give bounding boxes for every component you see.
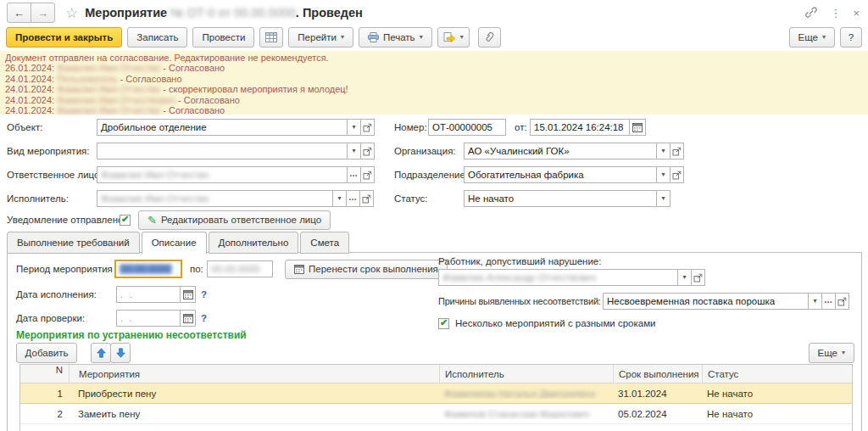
get-link-button[interactable] xyxy=(804,6,818,20)
reschedule-button[interactable]: Перенести срок выполнения xyxy=(285,260,448,279)
object-open-button[interactable] xyxy=(360,119,375,136)
create-based-on-button[interactable]: ▾ xyxy=(437,27,470,48)
executor-open-button[interactable] xyxy=(359,190,374,207)
row-status: Не начато xyxy=(702,409,852,419)
check-date-input[interactable]: . . xyxy=(116,310,181,327)
organization-dropdown-button[interactable]: ▾ xyxy=(656,143,670,160)
chevron-down-icon: ▾ xyxy=(341,34,344,41)
organization-input[interactable]: АО «Учалинский ГОК» xyxy=(464,143,657,160)
executor-choose-button[interactable]: … xyxy=(346,190,360,207)
titlebar: ← → ☆ Мероприятие № ОТ-0 от 00.00.0000. … xyxy=(0,0,868,25)
multiple-periods-checkbox[interactable]: ✔ xyxy=(438,318,449,329)
close-button[interactable]: × xyxy=(853,7,860,20)
number-input[interactable]: ОТ-00000005 xyxy=(428,119,506,136)
execution-date-input[interactable]: . . xyxy=(116,286,181,303)
violator-input[interactable]: Фамилия Александр Отчествович xyxy=(438,269,678,286)
more-button[interactable]: Еще▾ xyxy=(789,27,835,48)
tab-requirements[interactable]: Выполнение требований xyxy=(7,232,140,254)
table-row[interactable]: 2 Замеить пену Фамилов Станислав Маратов… xyxy=(20,404,852,424)
pencil-icon: ✎ xyxy=(147,214,157,227)
window-menu-button[interactable]: ⋮ xyxy=(830,7,841,20)
check-date-calendar-button[interactable] xyxy=(180,310,196,327)
executor-input[interactable]: Фамилия Имя Отчество xyxy=(97,190,333,207)
move-up-button[interactable] xyxy=(91,343,111,363)
tab-description[interactable]: Описание xyxy=(142,232,207,255)
events-section-title: Мероприятия по устранению несоответствий xyxy=(16,329,247,341)
back-button[interactable]: ← xyxy=(7,3,31,23)
chevron-down-icon: ▾ xyxy=(352,148,355,154)
status-dropdown-button[interactable]: ▾ xyxy=(656,190,670,207)
department-input[interactable]: Обогатительная фабрика xyxy=(464,166,657,183)
responsible-input[interactable]: Фамилия Имя Отчество xyxy=(97,166,348,183)
tab-estimate[interactable]: Смета xyxy=(300,232,349,254)
period-to-input[interactable]: 00.00.0000 xyxy=(207,260,273,277)
column-header-n[interactable]: N xyxy=(20,365,69,383)
chevron-down-icon: ▾ xyxy=(661,148,665,154)
responsible-open-button[interactable] xyxy=(360,166,375,183)
row-number: 1 xyxy=(20,389,69,399)
reasons-input[interactable]: Несвоевременная поставка порошка xyxy=(603,293,809,310)
number-label: Номер: xyxy=(394,122,428,132)
object-input[interactable]: Дробильное отделение xyxy=(97,119,348,136)
notification-sent-checkbox[interactable]: ✔ xyxy=(120,215,131,226)
paperclip-icon xyxy=(484,31,495,43)
responsible-choose-button[interactable]: … xyxy=(347,166,361,183)
move-down-button[interactable] xyxy=(110,343,131,363)
edit-responsible-button[interactable]: ✎ Редактировать ответственное лицо xyxy=(138,210,331,230)
reasons-dropdown-button[interactable]: ▾ xyxy=(808,293,822,310)
violator-dropdown-button[interactable]: ▾ xyxy=(677,269,692,286)
goto-button[interactable]: Перейти▾ xyxy=(288,27,353,48)
print-button[interactable]: Печать▾ xyxy=(359,27,432,48)
chevron-down-icon: ▾ xyxy=(352,124,355,131)
close-icon: × xyxy=(853,7,860,20)
arrow-down-icon xyxy=(116,348,125,358)
tab-additional[interactable]: Дополнительно xyxy=(209,232,299,254)
row-executor: Фамилов Станислав Маратович xyxy=(439,409,613,419)
page-title: Мероприятие № ОТ-0 от 00.00.0000. Провед… xyxy=(85,6,363,20)
object-dropdown-button[interactable]: ▾ xyxy=(347,119,361,136)
table-more-button[interactable]: Еще▾ xyxy=(809,343,854,363)
column-header-executor[interactable]: Исполнитель xyxy=(439,365,613,383)
printer-icon xyxy=(368,32,379,42)
column-header-status[interactable]: Статус xyxy=(702,365,852,383)
save-button[interactable]: Записать xyxy=(127,27,187,48)
date-input[interactable]: 15.01.2024 16:24:18 xyxy=(530,119,630,136)
event-type-open-button[interactable] xyxy=(360,143,375,160)
event-type-dropdown-button[interactable]: ▾ xyxy=(347,143,361,160)
chevron-down-icon: ▾ xyxy=(842,350,845,356)
subordination-structure-button[interactable] xyxy=(259,27,283,48)
attachments-button[interactable] xyxy=(478,27,501,48)
favorites-button[interactable]: ☆ xyxy=(65,4,78,22)
check-date-help-link[interactable]: ? xyxy=(201,313,207,323)
execution-date-help-link[interactable]: ? xyxy=(201,289,207,299)
calendar-icon xyxy=(632,122,643,132)
violator-open-button[interactable] xyxy=(691,269,705,286)
period-from-input[interactable]: 00.00.0000 xyxy=(114,260,182,278)
reasons-open-button[interactable] xyxy=(835,293,849,310)
calendar-icon xyxy=(183,289,193,299)
table-row[interactable]: 1 Приобрести пену Фамилиева Наталья Дмит… xyxy=(20,383,852,404)
add-row-button[interactable]: Добавить xyxy=(16,343,77,363)
chevron-down-icon: ▾ xyxy=(337,195,341,202)
forward-button[interactable]: → xyxy=(31,3,55,23)
date-label: от: xyxy=(515,122,530,132)
star-icon: ☆ xyxy=(65,5,78,21)
chevron-down-icon: ▾ xyxy=(682,274,686,281)
executor-dropdown-button[interactable]: ▾ xyxy=(332,190,347,207)
column-header-event[interactable]: Мероприятия xyxy=(69,365,439,383)
post-and-close-button[interactable]: Провести и закрыть xyxy=(6,27,122,48)
command-bar: Провести и закрыть Записать Провести Пер… xyxy=(0,25,868,49)
department-dropdown-button[interactable]: ▾ xyxy=(656,166,670,183)
table-icon xyxy=(265,32,277,42)
help-button[interactable]: ? xyxy=(840,27,862,48)
reasons-choose-button[interactable]: … xyxy=(821,293,836,310)
department-open-button[interactable] xyxy=(670,166,684,183)
post-button[interactable]: Провести xyxy=(192,27,254,48)
event-type-input[interactable] xyxy=(97,143,348,160)
description-tab-panel: Период мероприятия с: 00.00.0000 по: 00.… xyxy=(7,252,862,431)
status-input[interactable]: Не начато xyxy=(464,190,657,207)
execution-date-calendar-button[interactable] xyxy=(180,286,196,303)
organization-open-button[interactable] xyxy=(670,143,684,160)
column-header-deadline[interactable]: Срок выполнения xyxy=(613,365,702,383)
date-calendar-button[interactable] xyxy=(629,119,646,136)
